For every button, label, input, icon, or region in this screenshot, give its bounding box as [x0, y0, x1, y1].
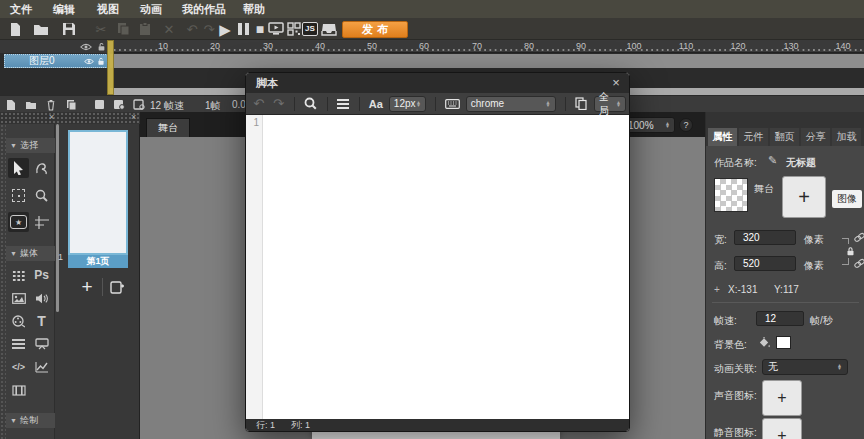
- tool-image[interactable]: [8, 288, 29, 308]
- script-search-icon[interactable]: [304, 96, 318, 112]
- tab-loading[interactable]: 加载: [832, 128, 861, 146]
- script-status-bar: 行: 1 列: 1: [246, 419, 629, 431]
- script-code-editor[interactable]: 1: [246, 115, 629, 421]
- layer0-track[interactable]: [110, 54, 864, 68]
- environment-select[interactable]: chrome ▲▼: [466, 96, 556, 112]
- layer-visibility-eye-icon[interactable]: [80, 42, 92, 52]
- tool-guides[interactable]: [31, 212, 52, 232]
- position-plus[interactable]: +: [714, 284, 720, 295]
- sound-icon-add-button[interactable]: +: [762, 380, 802, 416]
- scope-select[interactable]: 全局 ▲▼: [594, 96, 626, 112]
- tool-select-arrow[interactable]: [8, 158, 29, 178]
- width-input[interactable]: 320: [734, 230, 796, 245]
- tab-properties[interactable]: 属性: [708, 128, 737, 146]
- page-thumbnail[interactable]: [68, 130, 128, 255]
- work-name-value[interactable]: 无标题: [786, 156, 816, 170]
- paint-bucket-icon[interactable]: [758, 335, 771, 353]
- js-script-icon[interactable]: JS: [301, 20, 319, 38]
- section-draw[interactable]: ▼ 绘制: [6, 413, 55, 428]
- height-link-icon[interactable]: [854, 255, 864, 273]
- tool-paragraph-lines[interactable]: [8, 334, 29, 354]
- menu-file[interactable]: 文件: [10, 2, 32, 17]
- script-redo-icon[interactable]: ↷: [272, 96, 286, 112]
- menu-view[interactable]: 视图: [97, 2, 119, 17]
- tool-filmstrip[interactable]: [8, 380, 29, 400]
- new-document-icon[interactable]: [6, 20, 24, 38]
- duplicate-layer-icon[interactable]: [64, 98, 78, 111]
- pause-icon[interactable]: [234, 20, 252, 38]
- copy-icon[interactable]: [114, 20, 132, 38]
- framerate-input[interactable]: 12: [756, 311, 804, 326]
- tool-components-grid[interactable]: [8, 265, 29, 285]
- section-media[interactable]: ▼ 媒体: [6, 246, 55, 261]
- tool-text[interactable]: T: [31, 311, 52, 331]
- tab-components[interactable]: 元件: [739, 128, 768, 146]
- menu-my-works[interactable]: 我的作品: [182, 2, 226, 17]
- insert-keyframe-icon[interactable]: [112, 98, 126, 111]
- stage-color-checker-swatch[interactable]: [714, 178, 748, 212]
- save-icon[interactable]: [60, 20, 78, 38]
- layer-eye-icon[interactable]: [83, 55, 95, 67]
- panel-splitter-strip[interactable]: × ×: [0, 112, 140, 124]
- delete-layer-trash-icon[interactable]: [44, 98, 58, 111]
- timeline-ruler[interactable]: × 10 20 30 40 50 60 70 80 90 100 110 120…: [0, 40, 864, 53]
- publish-button[interactable]: 发布: [342, 21, 408, 38]
- cut-icon[interactable]: ✂: [92, 20, 110, 38]
- tool-symbol-star[interactable]: ★: [8, 212, 29, 232]
- image-chip[interactable]: 图像: [832, 190, 862, 208]
- edit-pencil-icon[interactable]: ✎: [768, 154, 777, 167]
- tab-share[interactable]: 分享: [801, 128, 830, 146]
- section-select[interactable]: ▼ 选择: [6, 138, 55, 153]
- tool-zoom-magnifier[interactable]: [31, 185, 52, 205]
- script-dialog-titlebar[interactable]: 脚本: [246, 73, 629, 93]
- height-input[interactable]: 520: [734, 256, 796, 271]
- script-copy-icon[interactable]: [574, 96, 588, 112]
- tool-video-reel[interactable]: [8, 311, 29, 331]
- script-undo-icon[interactable]: ↶: [252, 96, 266, 112]
- insert-frame-icon[interactable]: [92, 98, 106, 111]
- toolbox-close-icon[interactable]: ×: [49, 113, 54, 122]
- pages-scrollbar[interactable]: [56, 124, 59, 312]
- properties-tabs: 属性 元件 翻页 分享 加载: [706, 128, 864, 146]
- tool-code[interactable]: </>: [8, 357, 29, 377]
- keyboard-icon[interactable]: [445, 96, 460, 112]
- tool-presentation-board[interactable]: [31, 334, 52, 354]
- menu-edit[interactable]: 编辑: [53, 2, 75, 17]
- tool-audio-speaker[interactable]: [31, 288, 52, 308]
- tool-lasso-pen[interactable]: [31, 158, 52, 178]
- export-tray-icon[interactable]: [320, 20, 338, 38]
- layer-lock-icon[interactable]: [95, 42, 107, 52]
- playhead[interactable]: [107, 40, 114, 95]
- delete-icon[interactable]: ✕: [160, 20, 178, 38]
- play-icon[interactable]: ▶: [216, 20, 234, 38]
- stage-image-add-button[interactable]: +: [782, 176, 826, 218]
- pages-panel-close-icon[interactable]: ×: [131, 113, 136, 122]
- add-page-button[interactable]: +: [77, 276, 97, 298]
- zoom-level-select[interactable]: 100% ▲▼: [623, 117, 675, 133]
- page-label[interactable]: 第1页: [68, 255, 128, 268]
- insert-blank-keyframe-icon[interactable]: [132, 98, 146, 111]
- paste-icon[interactable]: [136, 20, 154, 38]
- tab-pageflip[interactable]: 翻页: [770, 128, 799, 146]
- tool-photoshop[interactable]: Ps: [31, 265, 52, 285]
- toolbox-drag-handle[interactable]: [0, 124, 6, 439]
- layer-lock-icon[interactable]: [95, 55, 107, 67]
- tool-chart[interactable]: [31, 357, 52, 377]
- script-snippets-list-icon[interactable]: [336, 96, 350, 112]
- bg-color-swatch[interactable]: [776, 336, 791, 349]
- preview-monitor-icon[interactable]: [267, 20, 285, 38]
- new-layer-icon[interactable]: [4, 98, 18, 111]
- menu-help[interactable]: 帮助: [243, 2, 265, 17]
- anim-link-select[interactable]: 无 ▲▼: [762, 359, 848, 375]
- font-size-select[interactable]: 12px ▲▼: [389, 96, 426, 112]
- new-folder-icon[interactable]: [24, 98, 38, 111]
- stage-tab[interactable]: 舞台: [146, 118, 190, 137]
- menu-animation[interactable]: 动画: [140, 2, 162, 17]
- help-button[interactable]: ?: [679, 118, 693, 132]
- mute-icon-add-button[interactable]: +: [762, 418, 802, 439]
- layer-row-layer0[interactable]: 图层0: [4, 54, 108, 68]
- duplicate-page-button[interactable]: [107, 278, 127, 296]
- open-folder-icon[interactable]: [32, 20, 50, 38]
- undo-icon[interactable]: ↶: [183, 20, 201, 38]
- tool-transform[interactable]: [8, 185, 29, 205]
